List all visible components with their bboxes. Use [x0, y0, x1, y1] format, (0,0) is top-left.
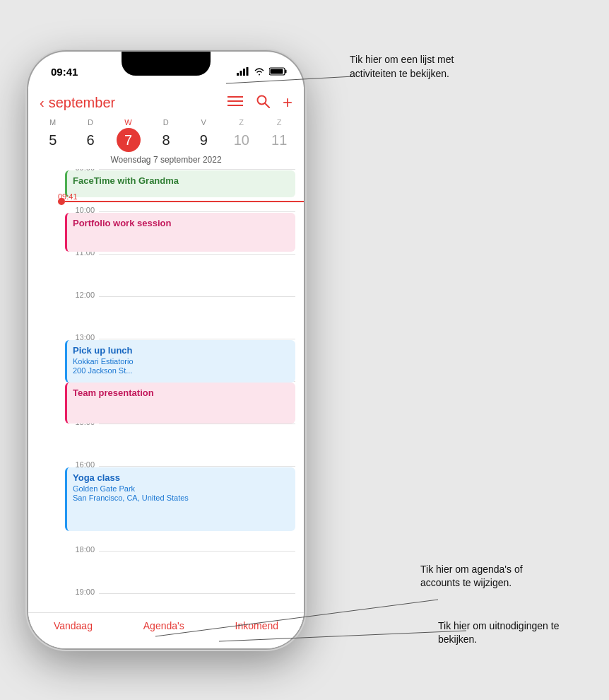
selected-date-label: Woensdag 7 september 2022 — [28, 153, 304, 169]
event-title-portfolio: Portfolio work session — [73, 218, 171, 228]
event-title-lunch: Pick up lunch — [73, 345, 133, 356]
week-day-tue[interactable]: D 6 — [74, 118, 107, 152]
annotation-3: Tik hier om uitnodigingen te bekijken. — [438, 619, 579, 647]
weekday-label-fri: V — [201, 118, 207, 127]
weekday-label-wed: W — [124, 118, 132, 127]
weekday-num-sun: 11 — [267, 128, 291, 152]
weekday-num-fri: 9 — [191, 128, 215, 152]
time-row-19: 19:00 — [65, 593, 295, 612]
weekday-label-sun: Z — [277, 118, 282, 127]
search-button[interactable] — [256, 94, 270, 112]
time-row-11: 11:00 — [65, 254, 295, 296]
svg-rect-0 — [237, 73, 239, 76]
status-time: 09:41 — [51, 66, 78, 78]
svg-rect-2 — [243, 69, 245, 76]
tab-calendars[interactable]: Agenda's — [143, 620, 184, 631]
current-time-indicator: 09:41 — [58, 198, 304, 205]
timeline[interactable]: 09:00 10:00 11:00 12:00 — [28, 169, 304, 612]
time-label-19: 19:00 — [65, 588, 99, 596]
event-sub-lunch-1: Kokkari Estiatorio — [73, 357, 290, 366]
weekday-num-wed-today: 7 — [117, 128, 141, 152]
weekday-label-tue: D — [88, 118, 93, 127]
current-time-label: 09:41 — [58, 192, 78, 201]
event-title-yoga: Yoga class — [73, 472, 120, 483]
annotation-1: Tik hier om een lijst met activiteiten t… — [350, 53, 491, 81]
time-line-11 — [99, 254, 295, 255]
scene: 09:41 — [0, 0, 609, 700]
current-time-line — [65, 201, 304, 202]
month-navigation: ‹ september — [40, 95, 115, 111]
header-actions: + — [227, 93, 292, 112]
time-line-15 — [99, 424, 295, 424]
time-line-10 — [99, 211, 295, 212]
tab-incoming[interactable]: Inkomend — [235, 620, 278, 631]
list-view-button[interactable] — [227, 95, 243, 110]
event-sub-yoga-2: San Francisco, CA, United States — [73, 494, 290, 502]
weekday-num-mon: 5 — [41, 128, 65, 152]
tab-bar: Vandaag Agenda's Inkomend — [28, 612, 304, 648]
month-label[interactable]: september — [49, 95, 116, 111]
battery-icon — [269, 67, 287, 76]
event-lunch[interactable]: Pick up lunch Kokkari Estiatorio 200 Jac… — [65, 340, 295, 383]
event-team[interactable]: Team presentation — [65, 383, 295, 424]
svg-rect-3 — [247, 67, 249, 76]
week-day-thu[interactable]: D 8 — [150, 118, 182, 152]
week-day-mon[interactable]: M 5 — [37, 118, 69, 152]
event-facetime[interactable]: FaceTime with Grandma — [65, 170, 295, 197]
time-line-12 — [99, 296, 295, 297]
week-day-wed[interactable]: W 7 — [112, 118, 145, 152]
svg-rect-1 — [240, 71, 242, 76]
status-bar: 09:41 — [28, 62, 304, 81]
event-portfolio[interactable]: Portfolio work session — [65, 213, 295, 252]
weekday-num-tue: 6 — [78, 128, 102, 152]
wifi-icon — [254, 67, 265, 76]
week-strip: M 5 D 6 W 7 D 8 V 9 — [28, 115, 304, 153]
time-line-18 — [99, 551, 295, 552]
weekday-num-sat: 10 — [230, 128, 254, 152]
weekday-num-thu: 8 — [154, 128, 178, 152]
status-icons — [237, 67, 287, 76]
add-event-button[interactable]: + — [283, 93, 292, 112]
weekday-label-thu: D — [163, 118, 169, 127]
svg-rect-6 — [271, 69, 283, 74]
time-row-12: 12:00 — [65, 296, 295, 339]
time-label-18: 18:00 — [65, 545, 99, 554]
weekday-label-mon: M — [49, 118, 56, 127]
week-day-sun[interactable]: Z 11 — [263, 118, 295, 152]
signal-icon — [237, 67, 249, 76]
app-content: ‹ september — [28, 87, 304, 648]
event-title-facetime: FaceTime with Grandma — [73, 175, 179, 186]
event-sub-yoga-1: Golden Gate Park — [73, 484, 290, 493]
weekday-label-sat: Z — [239, 118, 244, 127]
time-line-19 — [99, 593, 295, 594]
tab-today[interactable]: Vandaag — [54, 620, 93, 631]
week-day-fri[interactable]: V 9 — [187, 118, 220, 152]
time-label-12: 12:00 — [65, 291, 99, 299]
time-line-13 — [99, 339, 295, 339]
back-arrow-icon[interactable]: ‹ — [40, 95, 45, 111]
svg-line-11 — [265, 103, 269, 107]
time-row-18: 18:00 — [65, 551, 295, 593]
annotation-2: Tik hier om agenda's of accounts te wijz… — [420, 563, 562, 590]
calendar-header: ‹ september — [28, 87, 304, 115]
event-yoga[interactable]: Yoga class Golden Gate Park San Francisc… — [65, 467, 295, 531]
event-sub-lunch-2: 200 Jackson St... — [73, 366, 290, 375]
time-line-9 — [99, 169, 295, 170]
timeline-inner: 09:00 10:00 11:00 12:00 — [28, 169, 304, 612]
time-line-16 — [99, 466, 295, 467]
svg-rect-5 — [285, 70, 287, 74]
phone-shell: 09:41 — [28, 52, 304, 648]
time-row-15: 15:00 — [65, 424, 295, 466]
week-day-sat[interactable]: Z 10 — [225, 118, 258, 152]
event-title-team: Team presentation — [73, 387, 154, 398]
